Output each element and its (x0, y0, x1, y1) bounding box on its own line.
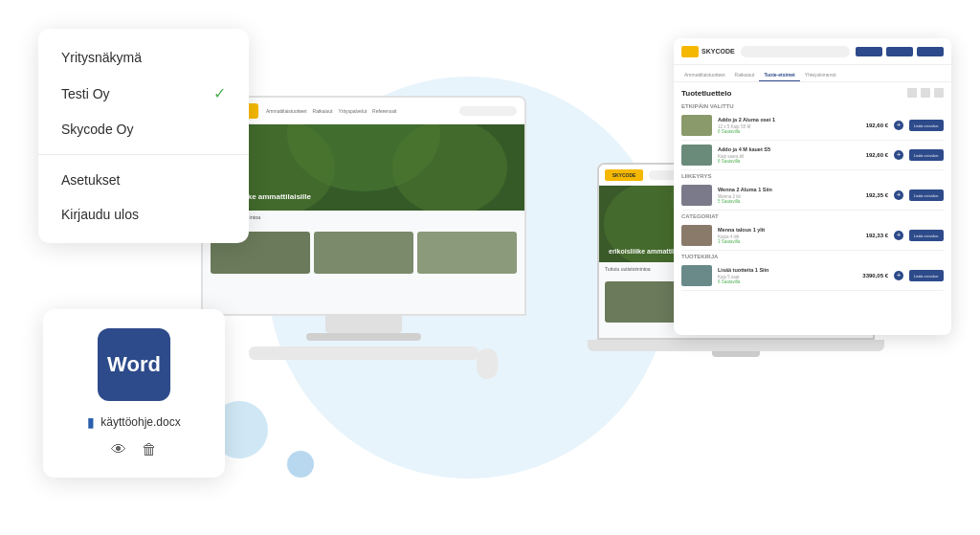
panel-rows: etkipäin valittu Addo ja 2 Aluma osei 1 … (674, 100, 951, 291)
laptop-logo-text: SKYCODE (612, 172, 636, 178)
nav-link-2: Ratkaisut (313, 108, 333, 114)
monitor-keyboard (249, 346, 479, 360)
product-thumb-2 (681, 145, 712, 166)
screen-nav-links: Ammattilaistuotteet Ratkaisut Yrityspalv… (266, 108, 452, 114)
panel-section-title: Tuotetluettelo (681, 89, 731, 98)
monitor-stand (325, 316, 402, 333)
panel-header-btn-2 (886, 47, 913, 56)
product-btn-4[interactable]: Lisää ostoskor. (909, 230, 944, 241)
screen-nav: SKYCODE Ammattilaistuotteet Ratkaisut Yr… (203, 98, 524, 124)
panel-tab-active[interactable]: Tuote-etsimet (759, 69, 799, 81)
dropdown-label-asetukset: Asetukset (61, 172, 120, 188)
product-panel: SKYCODE Ammattilaistuotteet Ratkaisut Tu… (674, 38, 951, 335)
monitor-mouse (477, 348, 498, 379)
product-name-3: Wenna 2 Aluma 1 Siin (718, 187, 854, 194)
laptop-notch (712, 351, 760, 357)
panel-row-2: Addo ja 4 M kauet S5 Kaip saara tiil 6 S… (681, 141, 944, 170)
product-name-4: Menna talous 1 ylit (718, 227, 854, 234)
panel-logo: SKYCODE (681, 46, 735, 57)
product-thumb-3 (681, 185, 712, 206)
laptop-bottom-bar (588, 340, 884, 351)
panel-view-icons (907, 88, 944, 98)
delete-icon[interactable]: 🗑 (142, 441, 157, 458)
panel-row-5: Lisää tuotteita 1 Siin Kaip 5 saat 6 Saa… (681, 261, 944, 291)
product-price-1: 192,60 € (859, 123, 888, 128)
panel-row-1: Addo ja 2 Aluma osei 1 12 x 5 Kaip S5 M … (681, 111, 944, 141)
product-add-2[interactable]: + (894, 150, 903, 160)
dropdown-item-yritys[interactable]: Yritysnäkymä (38, 40, 249, 75)
word-filename: ▮ käyttöohje.docx (87, 414, 180, 430)
word-icon-box: Word (98, 328, 170, 401)
panel-logo-icon (681, 46, 699, 57)
product-avail-4: 3 Saatavilla (718, 239, 854, 244)
product-add-3[interactable]: + (894, 190, 903, 200)
section-label-1: etkipäin valittu (681, 100, 944, 111)
grid-view-icon[interactable] (907, 88, 917, 98)
filter-icon[interactable] (934, 88, 944, 98)
product-price-2: 192,60 € (859, 152, 888, 158)
product-avail-1: 6 Saatavilla (718, 129, 854, 134)
monitor-screen: SKYCODE Ammattilaistuotteet Ratkaisut Yr… (201, 96, 526, 316)
checkmark-icon: ✓ (213, 84, 226, 102)
panel-row-3: Wenna 2 Aluma 1 Siin Wenna 2 tiit 5 Saat… (681, 181, 944, 211)
dropdown-label-logout: Kirjaudu ulos (61, 207, 139, 222)
product-name-1: Addo ja 2 Aluma osei 1 (718, 117, 854, 124)
desktop-monitor: SKYCODE Ammattilaistuotteet Ratkaisut Yr… (201, 96, 526, 360)
product-add-1[interactable]: + (894, 121, 903, 130)
dropdown-divider (38, 154, 249, 155)
product-info-1: Addo ja 2 Aluma osei 1 12 x 5 Kaip S5 M … (718, 117, 854, 134)
screen-hero: erikoisliiike ammattilaisille (203, 124, 524, 211)
panel-header-buttons (856, 47, 944, 56)
product-btn-5[interactable]: Lisää ostoskor. (909, 270, 944, 281)
panel-row-4: Menna talous 1 ylit Kaipa 4 tiilt 3 Saat… (681, 221, 944, 251)
product-thumb-1 (681, 115, 712, 136)
nav-link-4: Referenssit (372, 108, 396, 114)
nav-link-1: Ammattilaistuotteet (266, 108, 307, 114)
word-filename-text: käyttöohje.docx (100, 415, 180, 429)
panel-tab-4[interactable]: Yhteyskimenot (800, 69, 841, 81)
product-btn-3[interactable]: Lisää ostoskor. (909, 189, 944, 201)
section-label-3: Categoriat (681, 211, 944, 221)
screen-search-bar (459, 106, 517, 116)
dropdown-item-logout[interactable]: Kirjaudu ulos (38, 197, 249, 232)
screen-content: SKYCODE Ammattilaistuotteet Ratkaisut Yr… (203, 98, 524, 314)
product-price-3: 192,35 € (859, 192, 888, 198)
nav-link-3: Yrityspalvelut (338, 108, 367, 114)
panel-tab-2[interactable]: Ratkaisut (730, 69, 760, 81)
view-icon[interactable]: 👁 (111, 441, 126, 458)
screen-thumb-2 (314, 232, 413, 274)
word-actions: 👁 🗑 (111, 441, 157, 458)
panel-header-btn-3 (917, 47, 944, 56)
product-info-5: Lisää tuotteita 1 Siin Kaip 5 saat 6 Saa… (718, 267, 854, 284)
dropdown-label-testi: Testi Oy (61, 86, 110, 101)
product-price-5: 3390,05 € (859, 273, 888, 279)
product-avail-2: 6 Saatavilla (718, 159, 854, 164)
panel-header: SKYCODE (674, 38, 951, 65)
product-btn-2[interactable]: Lisää ostoskor. (909, 149, 944, 161)
panel-header-btn-1 (856, 47, 882, 56)
product-add-5[interactable]: + (894, 271, 903, 280)
dropdown-menu: Yritysnäkymä Testi Oy ✓ Skycode Oy Asetu… (38, 29, 249, 243)
section-label-2: Liikeyrys (681, 170, 944, 181)
list-view-icon[interactable] (921, 88, 930, 98)
word-file-icon: ▮ (87, 414, 95, 430)
product-avail-3: 5 Saatavilla (718, 199, 854, 204)
panel-screen: SKYCODE Ammattilaistuotteet Ratkaisut Tu… (674, 38, 951, 335)
panel-tab-1[interactable]: Ammattilaistuotteet (679, 69, 730, 81)
word-document-card: Word ▮ käyttöohje.docx 👁 🗑 (43, 309, 225, 478)
monitor-base (306, 333, 421, 341)
product-info-2: Addo ja 4 M kauet S5 Kaip saara tiil 6 S… (718, 146, 854, 164)
section-label-4: Tuotekirja (681, 251, 944, 261)
dropdown-item-asetukset[interactable]: Asetukset (38, 163, 249, 197)
background-circle-tiny (287, 451, 314, 478)
panel-logo-text: SKYCODE (702, 48, 735, 55)
laptop-logo: SKYCODE (605, 169, 643, 181)
product-btn-1[interactable]: Lisää ostoskor. (909, 120, 944, 131)
dropdown-label-yritys: Yritysnäkymä (61, 50, 142, 65)
dropdown-label-skycode: Skycode Oy (61, 122, 133, 137)
screen-thumbnails (203, 224, 524, 281)
product-add-4[interactable]: + (894, 231, 903, 240)
screen-thumb-3 (417, 232, 517, 274)
dropdown-item-skycode[interactable]: Skycode Oy (38, 112, 249, 146)
dropdown-item-testi[interactable]: Testi Oy ✓ (38, 75, 249, 112)
